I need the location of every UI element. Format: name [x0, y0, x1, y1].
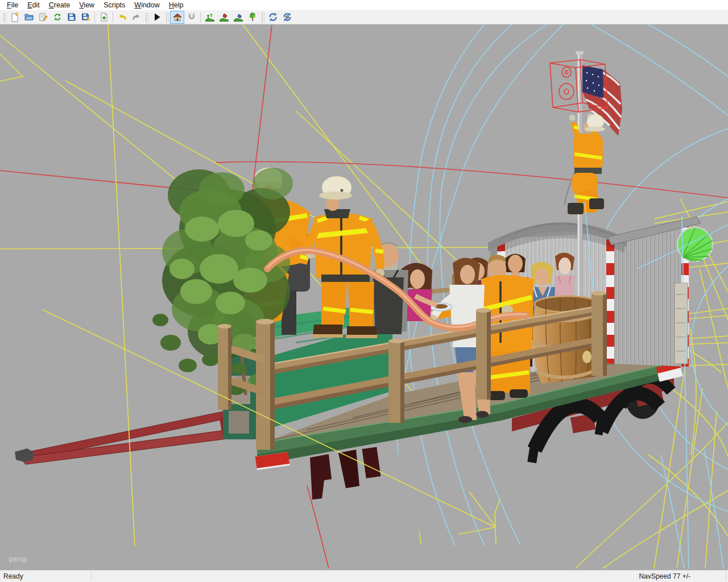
edit-notepad-icon: [38, 12, 48, 22]
toolbar-separator: [113, 12, 113, 23]
toolbar-grip[interactable]: [144, 12, 148, 23]
add-item-button[interactable]: [97, 11, 111, 24]
menu-bar: File Edit Create View Scripts Window Hel…: [0, 0, 728, 10]
terrain-raise-icon: [205, 12, 215, 22]
plant-tree-button[interactable]: [245, 11, 259, 24]
status-separator: [91, 572, 92, 581]
save-as-icon: [81, 12, 91, 22]
menu-help[interactable]: Help: [164, 1, 188, 10]
terrain-paint-blue-icon: [233, 12, 243, 22]
play-button[interactable]: [150, 11, 164, 24]
main-toolbar: [0, 10, 728, 24]
undo-arrow-icon: [117, 12, 127, 22]
edit-notes-button[interactable]: [36, 11, 50, 24]
toolbar-grip[interactable]: [165, 12, 169, 23]
climbing-firefighter[interactable]: [564, 114, 605, 215]
sync-settings-button[interactable]: [280, 11, 294, 24]
terrain-paint-red-button[interactable]: [217, 11, 231, 24]
3d-viewport[interactable]: persp: [0, 24, 728, 570]
refresh-icon: [52, 12, 63, 22]
home-button[interactable]: [170, 11, 184, 24]
tree-icon: [247, 12, 258, 22]
menu-view[interactable]: View: [75, 1, 99, 10]
magnet-icon: [187, 12, 197, 22]
sync-arrows-icon: [268, 12, 278, 22]
save-icon: [67, 12, 77, 22]
new-file-icon: [10, 12, 20, 22]
home-icon: [172, 12, 183, 22]
save-as-button[interactable]: [78, 11, 93, 24]
menu-file[interactable]: File: [2, 1, 23, 10]
status-bar: Ready NavSpeed 77 +/-: [0, 570, 728, 582]
refresh-button[interactable]: [50, 11, 64, 24]
redo-arrow-icon: [131, 12, 142, 22]
sync-gear-icon: [282, 12, 292, 22]
magnet-snap-button[interactable]: [184, 11, 198, 24]
menu-scripts[interactable]: Scripts: [99, 1, 130, 10]
add-page-icon: [99, 12, 109, 22]
status-separator: [726, 572, 726, 581]
toolbar-grip[interactable]: [2, 12, 6, 23]
menu-create[interactable]: Create: [44, 1, 75, 10]
camera-label: persp: [9, 555, 27, 563]
terrain-raise-button[interactable]: [202, 11, 217, 24]
menu-edit[interactable]: Edit: [23, 1, 44, 10]
menu-window[interactable]: Window: [130, 1, 164, 10]
redo-button[interactable]: [129, 11, 143, 24]
toolbar-grip[interactable]: [260, 12, 264, 23]
striped-corner-post: [606, 235, 614, 364]
toolbar-separator: [200, 12, 201, 23]
play-icon: [152, 12, 162, 22]
sync-scene-button[interactable]: [266, 11, 280, 24]
open-button[interactable]: [22, 11, 36, 24]
status-message: Ready: [0, 572, 23, 580]
viewport-canvas[interactable]: [0, 24, 728, 570]
terrain-paint-red-icon: [219, 12, 229, 22]
new-file-button[interactable]: [7, 11, 22, 24]
navspeed-indicator: NavSpeed 77 +/-: [639, 572, 690, 580]
undo-button[interactable]: [115, 11, 129, 24]
save-button[interactable]: [64, 11, 78, 24]
terrain-paint-blue-button[interactable]: [231, 11, 245, 24]
toolbar-separator: [94, 12, 95, 23]
open-folder-icon: [24, 12, 34, 22]
